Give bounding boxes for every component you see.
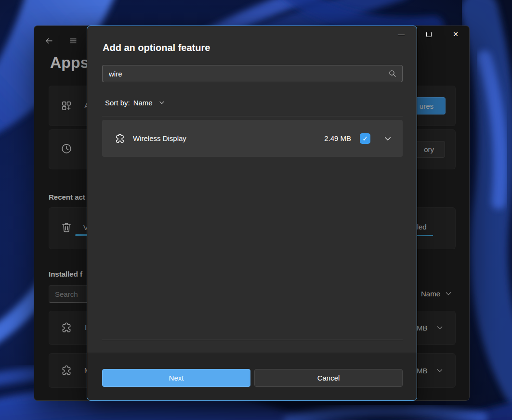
sort-by-label: Sort by: xyxy=(105,99,130,107)
maximize-icon xyxy=(426,32,432,37)
feature-size: 2.49 MB xyxy=(324,134,351,142)
dialog-title: Add an optional feature xyxy=(103,42,210,53)
dialog-search-input[interactable] xyxy=(103,65,402,82)
list-top-divider xyxy=(102,116,403,116)
close-icon: ✕ xyxy=(453,31,459,38)
sort-value: Name xyxy=(133,99,153,107)
dialog-sort-control[interactable]: Sort by: Name xyxy=(105,98,165,107)
desktop: Apps A V I M Recent act Installed f ures… xyxy=(0,0,512,420)
close-button[interactable]: ✕ xyxy=(443,26,469,42)
minimize-button[interactable]: — xyxy=(388,26,414,42)
next-button[interactable]: Next xyxy=(102,369,250,387)
checkmark-icon: ✓ xyxy=(362,135,368,142)
feature-name: Wireless Display xyxy=(133,134,186,142)
content-bottom-divider xyxy=(102,340,403,340)
feature-row-wireless-display[interactable]: Wireless Display 2.49 MB ✓ xyxy=(102,120,403,157)
puzzle-piece-icon xyxy=(114,133,126,144)
cancel-button[interactable]: Cancel xyxy=(254,369,403,387)
feature-checkbox[interactable]: ✓ xyxy=(360,133,370,144)
add-optional-feature-dialog: Add an optional feature Sort by: Name Wi… xyxy=(87,25,417,401)
dialog-search-box[interactable] xyxy=(102,65,403,82)
maximize-button[interactable] xyxy=(416,26,442,42)
search-icon[interactable] xyxy=(388,69,397,78)
chevron-down-icon[interactable] xyxy=(383,134,392,143)
dialog-footer: Next Cancel xyxy=(87,353,417,400)
chevron-down-icon xyxy=(158,99,165,106)
minimize-icon: — xyxy=(398,31,405,38)
